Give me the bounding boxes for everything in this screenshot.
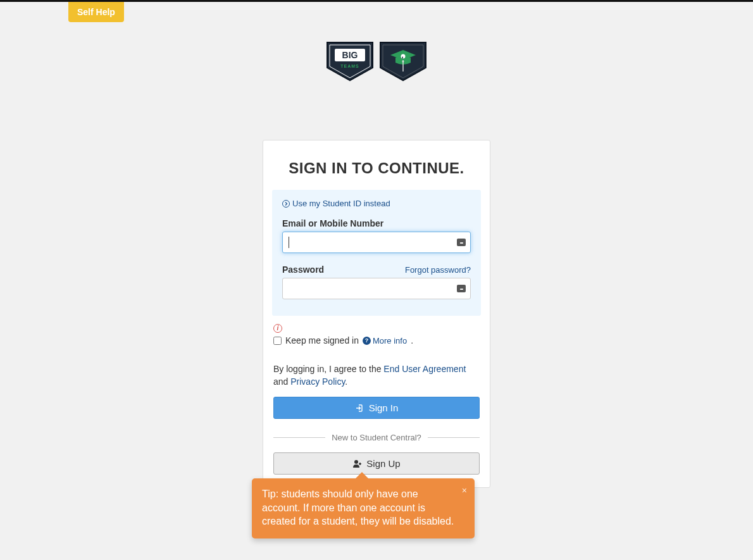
sign-in-button[interactable]: Sign In — [273, 397, 480, 419]
user-plus-icon — [352, 459, 363, 468]
divider-text: New to Student Central? — [332, 433, 421, 442]
more-info-label: More info — [373, 336, 407, 345]
keep-signed-in-label: Keep me signed in — [285, 335, 359, 345]
sign-up-button[interactable]: Sign Up — [273, 452, 480, 475]
sign-in-icon — [355, 404, 364, 413]
use-student-id-link[interactable]: Use my Student ID instead — [282, 199, 471, 208]
autofill-icon[interactable] — [457, 239, 466, 246]
keep-signed-in-checkbox[interactable] — [273, 337, 282, 345]
text-cursor — [289, 237, 289, 248]
forgot-password-link[interactable]: Forgot password? — [405, 265, 471, 275]
svg-text:BIG: BIG — [342, 50, 358, 60]
arrow-right-circle-icon — [282, 200, 290, 208]
bigteams-logo: BIG TEAMS — [326, 41, 374, 83]
password-input[interactable] — [282, 278, 471, 299]
tip-tooltip: × Tip: students should only have one acc… — [252, 478, 475, 538]
eula-link[interactable]: End User Agreement — [383, 364, 466, 374]
info-warning: i — [273, 322, 480, 333]
agreement-text: By logging in, I agree to the End User A… — [273, 363, 480, 388]
help-icon: ? — [363, 337, 371, 345]
password-label: Password — [282, 264, 324, 275]
page-title: SIGN IN TO CONTINUE. — [272, 159, 481, 177]
use-student-id-label: Use my Student ID instead — [292, 199, 390, 208]
brand-logos: BIG TEAMS — [0, 41, 753, 83]
self-help-button[interactable]: Self Help — [68, 2, 124, 22]
svg-text:TEAMS: TEAMS — [340, 64, 359, 68]
below-form-section: i Keep me signed in ? More info. By logg… — [272, 322, 481, 475]
svg-point-6 — [283, 200, 290, 207]
tooltip-close-icon[interactable]: × — [462, 485, 467, 497]
login-card: SIGN IN TO CONTINUE. Use my Student ID i… — [263, 140, 490, 488]
svg-point-5 — [402, 61, 404, 63]
autofill-icon[interactable] — [457, 285, 466, 292]
keep-signed-in-row: Keep me signed in ? More info. — [273, 335, 480, 345]
email-input[interactable] — [282, 232, 471, 253]
graduate-logo — [379, 41, 427, 83]
divider: New to Student Central? — [273, 433, 480, 442]
privacy-link[interactable]: Privacy Policy — [290, 376, 345, 387]
more-info-link[interactable]: ? More info — [363, 336, 407, 345]
sign-up-label: Sign Up — [366, 458, 400, 469]
email-label: Email or Mobile Number — [282, 218, 383, 228]
info-icon: i — [273, 324, 282, 333]
sign-in-label: Sign In — [369, 402, 399, 413]
login-form: Use my Student ID instead Email or Mobil… — [272, 190, 481, 316]
svg-point-7 — [354, 460, 358, 464]
tooltip-text: Tip: students should only have one accou… — [262, 488, 454, 526]
